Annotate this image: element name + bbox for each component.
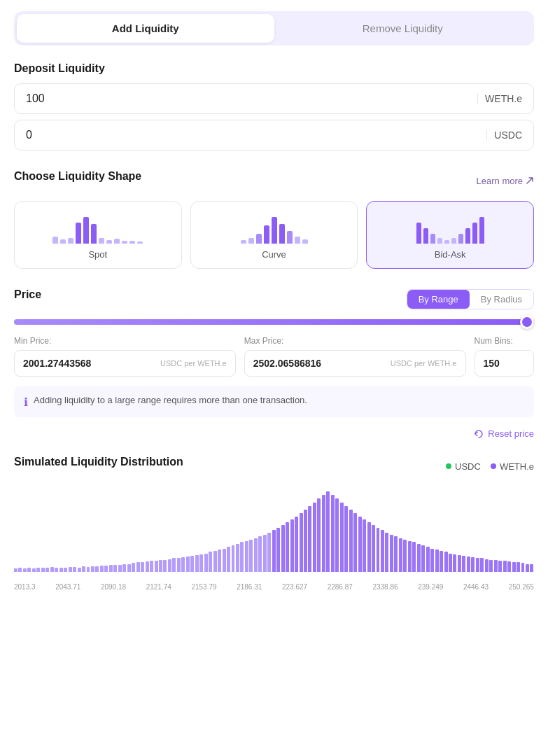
price-slider-thumb[interactable] (520, 315, 534, 329)
max-price-box: 2502.06586816 USDC per WETH.e (244, 350, 466, 377)
chart-bar (23, 568, 27, 572)
num-bins-input[interactable]: 150 (484, 358, 526, 369)
chart-bar (254, 538, 258, 572)
chart-bar (59, 568, 63, 572)
chart-bar (372, 525, 375, 572)
chart-bar (263, 535, 267, 572)
chart-label: 2121.74 (146, 583, 171, 591)
chart-bar (181, 557, 185, 572)
min-price-input[interactable]: 2001.27443568 (23, 358, 155, 369)
deposit-token-2: USDC (486, 130, 522, 141)
chart-bar (50, 567, 54, 572)
chart-label: 2090.18 (101, 583, 126, 591)
chart-bar (45, 568, 49, 572)
chart-bar (480, 558, 484, 572)
toggle-by-range[interactable]: By Range (407, 290, 470, 309)
chart-bar (377, 528, 380, 572)
chart-bar (367, 522, 371, 572)
chart-bar (272, 530, 276, 572)
legend-dot-wethe (491, 463, 496, 469)
learn-more-link[interactable]: Learn more (477, 176, 534, 186)
deposit-input-2[interactable]: 0 (26, 129, 486, 141)
chart-bar (503, 561, 507, 572)
price-slider-container (14, 319, 534, 325)
chart-bar (258, 536, 262, 572)
chart-bar (322, 495, 325, 572)
chart-bar (227, 547, 230, 572)
chart-label: 239.249 (418, 583, 443, 591)
chart-bar (82, 566, 85, 572)
num-bins-box: 150 (475, 350, 535, 377)
deposit-input-2-row: 0 USDC (14, 120, 534, 150)
chart-bar (467, 556, 470, 572)
chart-bar (317, 498, 321, 572)
deposit-section: Deposit Liquidity 100 WETH.e 0 USDC (14, 62, 534, 150)
chart-bar (363, 519, 366, 572)
chart-bar (286, 522, 289, 572)
dist-title: Simulated Liquidity Distribution (14, 456, 183, 468)
tab-remove-liquidity[interactable]: Remove Liquidity (274, 14, 532, 43)
chart-bar (295, 517, 298, 572)
chart-bar (132, 563, 135, 572)
chart-bar (73, 567, 76, 572)
chart-bar (385, 533, 388, 572)
chart-bar (172, 558, 176, 572)
info-notice: ℹ Adding liquidity to a large range requ… (14, 386, 534, 417)
chart-bar (331, 495, 335, 572)
shape-title: Choose Liquidity Shape (14, 170, 141, 183)
chart-bar (163, 560, 167, 572)
toggle-by-radius[interactable]: By Radius (470, 290, 533, 309)
chart-bar (41, 568, 45, 572)
reset-price-button[interactable]: Reset price (474, 428, 534, 439)
reset-icon (474, 429, 484, 439)
chart-bar (281, 525, 285, 572)
chart-bar (349, 510, 353, 572)
deposit-input-1[interactable]: 100 (26, 92, 477, 105)
chart-bar (236, 544, 239, 572)
distribution-section: Simulated Liquidity Distribution USDC WE… (14, 456, 534, 591)
chart-bar (91, 566, 94, 572)
min-price-label: Min Price: (14, 336, 236, 346)
chart-label: 2446.43 (463, 583, 489, 591)
chart-bar (462, 556, 465, 572)
chart-bar (245, 541, 248, 572)
spot-icon (52, 213, 143, 244)
min-price-box: 2001.27443568 USDC per WETH.e (14, 350, 236, 377)
chart-bar (122, 564, 126, 573)
chart-bar (476, 558, 479, 572)
chart-label: 2153.79 (191, 583, 216, 591)
chart-bar (421, 545, 425, 572)
num-bins-field: Num Bins: 150 (475, 336, 535, 377)
chart-bar (412, 542, 416, 572)
shape-card-spot[interactable]: Spot (14, 201, 182, 269)
shape-card-bid-ask[interactable]: Bid-Ask (366, 201, 534, 269)
chart-label: 2286.87 (328, 583, 353, 591)
chart-bar (444, 552, 448, 572)
price-section: Price By Range By Radius Min Price: 2001… (14, 288, 534, 439)
chart-bar (340, 503, 344, 572)
dist-header: Simulated Liquidity Distribution USDC WE… (14, 456, 534, 477)
chart-bar (512, 562, 516, 572)
chart-bar (399, 538, 402, 572)
chart-bar (87, 567, 90, 572)
shape-card-curve[interactable]: Curve (190, 201, 358, 269)
shape-cards: Spot Curve (14, 201, 534, 269)
chart-bar (159, 560, 162, 572)
max-price-input[interactable]: 2502.06586816 (253, 358, 385, 369)
price-slider-track[interactable] (14, 319, 534, 325)
chart-bar (394, 536, 398, 572)
legend-dot-usdc (446, 463, 451, 469)
chart-label: 2013.3 (14, 583, 36, 591)
tab-add-liquidity[interactable]: Add Liquidity (17, 14, 274, 43)
chart-bars (14, 488, 534, 572)
chart-bar (146, 561, 149, 572)
chart-bar (507, 561, 511, 572)
chart-bar (69, 567, 72, 572)
chart-label: 250.265 (509, 583, 534, 591)
chart-bar (458, 555, 461, 572)
chart-bar (32, 568, 36, 572)
chart-bar (18, 568, 22, 572)
chart-label: 223.627 (282, 583, 307, 591)
deposit-title: Deposit Liquidity (14, 62, 534, 75)
external-link-icon (526, 176, 534, 185)
